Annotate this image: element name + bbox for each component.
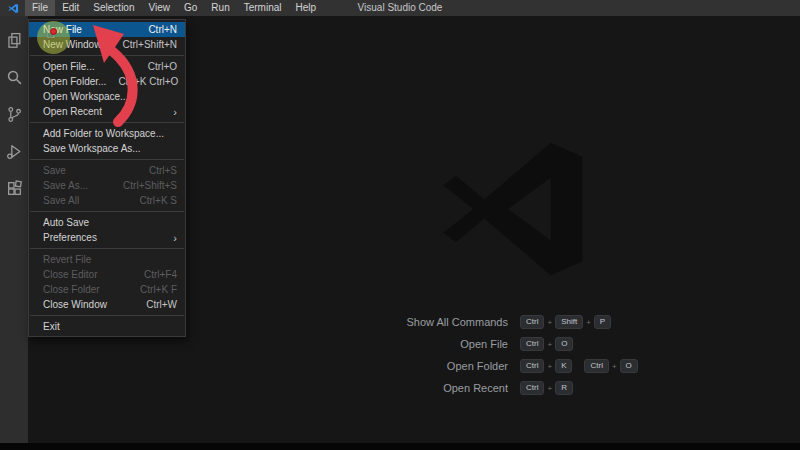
menu-item-open-recent[interactable]: Open Recent›: [29, 104, 185, 119]
menubar-item-file[interactable]: File: [25, 0, 55, 16]
welcome-shortcut-label: Open File: [28, 338, 508, 350]
menu-separator: [30, 248, 184, 249]
menu-item-label: Open Folder...: [43, 76, 106, 87]
plus-separator: +: [547, 340, 552, 349]
menu-item-label: Save Workspace As...: [43, 143, 177, 154]
menu-item-new-window[interactable]: New WindowCtrl+Shift+N: [29, 37, 185, 52]
key-badge: Ctrl: [520, 315, 544, 329]
menu-item-close-editor[interactable]: Close EditorCtrl+F4: [29, 267, 185, 282]
menu-separator: [30, 55, 184, 56]
submenu-chevron-icon: ›: [173, 233, 177, 243]
menu-item-shortcut: Ctrl+S: [149, 165, 177, 176]
menu-item-label: Close Editor: [43, 269, 132, 280]
menu-item-auto-save[interactable]: Auto Save: [29, 215, 185, 230]
menu-item-label: Close Folder: [43, 284, 128, 295]
menu-item-shortcut: Ctrl+K Ctrl+O: [118, 76, 178, 87]
key-badge: K: [555, 359, 572, 373]
menu-item-exit[interactable]: Exit: [29, 319, 185, 334]
menu-item-close-window[interactable]: Close WindowCtrl+W: [29, 297, 185, 312]
menu-item-open-workspace[interactable]: Open Workspace...: [29, 89, 185, 104]
menu-separator: [30, 315, 184, 316]
menu-item-save-all[interactable]: Save AllCtrl+K S: [29, 193, 185, 208]
welcome-shortcut-row: Open FolderCtrl+KCtrl+O: [28, 355, 728, 377]
menu-item-label: New Window: [43, 39, 111, 50]
welcome-shortcut-keys: Ctrl+O: [520, 337, 573, 351]
extensions-icon[interactable]: [0, 170, 28, 207]
menu-item-shortcut: Ctrl+W: [146, 299, 177, 310]
explorer-icon[interactable]: [0, 22, 28, 59]
plus-separator: +: [547, 318, 552, 327]
letterbox-strip: [0, 443, 800, 450]
key-badge: Ctrl: [520, 359, 544, 373]
menu-item-save-workspace-as[interactable]: Save Workspace As...: [29, 141, 185, 156]
menu-item-preferences[interactable]: Preferences›: [29, 230, 185, 245]
key-group: Ctrl+Shift+P: [520, 315, 611, 329]
plus-separator: +: [586, 318, 591, 327]
menu-item-open-file[interactable]: Open File...Ctrl+O: [29, 59, 185, 74]
menu-item-add-folder-to-workspace[interactable]: Add Folder to Workspace...: [29, 126, 185, 141]
vscode-window: FileEditSelectionViewGoRunTerminalHelp V…: [0, 0, 800, 450]
vscode-logo-icon: [8, 3, 19, 14]
menu-item-label: Open Recent: [43, 106, 161, 117]
menu-item-close-folder[interactable]: Close FolderCtrl+K F: [29, 282, 185, 297]
menubar-item-go[interactable]: Go: [177, 0, 204, 16]
run-and-debug-icon[interactable]: [0, 133, 28, 170]
menubar-item-help[interactable]: Help: [289, 0, 324, 16]
menu-item-label: Save: [43, 165, 137, 176]
plus-separator: +: [547, 362, 552, 371]
menu-item-save[interactable]: SaveCtrl+S: [29, 163, 185, 178]
menu-separator: [30, 159, 184, 160]
menu-item-label: Save As...: [43, 180, 111, 191]
menubar-item-edit[interactable]: Edit: [55, 0, 86, 16]
welcome-shortcut-label: Open Folder: [28, 360, 508, 372]
menu-item-label: New File: [43, 24, 136, 35]
key-badge: Ctrl: [520, 381, 544, 395]
file-menu-dropdown: New FileCtrl+NNew WindowCtrl+Shift+NOpen…: [28, 19, 186, 337]
menu-item-new-file[interactable]: New FileCtrl+N: [29, 22, 185, 37]
source-control-icon[interactable]: [0, 96, 28, 133]
menubar-item-selection[interactable]: Selection: [86, 0, 141, 16]
plus-separator: +: [612, 362, 617, 371]
menu-item-shortcut: Ctrl+K S: [139, 195, 177, 206]
menu-item-label: Open Workspace...: [43, 91, 177, 102]
menu-item-shortcut: Ctrl+O: [148, 61, 177, 72]
search-icon[interactable]: [0, 59, 28, 96]
key-badge: O: [555, 337, 573, 351]
activity-bar: [0, 16, 28, 443]
menu-item-label: Save All: [43, 195, 127, 206]
menu-item-label: Exit: [43, 321, 177, 332]
key-badge: P: [594, 315, 611, 329]
welcome-shortcut-label: Open Recent: [28, 382, 508, 394]
menu-item-label: Revert File: [43, 254, 177, 265]
menu-item-label: Close Window: [43, 299, 134, 310]
menu-item-label: Preferences: [43, 232, 161, 243]
key-group: Ctrl+K: [520, 359, 572, 373]
menu-item-shortcut: Ctrl+F4: [144, 269, 177, 280]
key-group: Ctrl+O: [520, 337, 573, 351]
welcome-shortcut-keys: Ctrl+Shift+P: [520, 315, 611, 329]
welcome-shortcut-keys: Ctrl+KCtrl+O: [520, 359, 638, 373]
menu-item-open-folder[interactable]: Open Folder...Ctrl+K Ctrl+O: [29, 74, 185, 89]
key-badge: O: [620, 359, 638, 373]
plus-separator: +: [547, 384, 552, 393]
menu-item-shortcut: Ctrl+K F: [140, 284, 177, 295]
menubar-item-view[interactable]: View: [142, 0, 178, 16]
key-badge: R: [555, 381, 573, 395]
title-bar: FileEditSelectionViewGoRunTerminalHelp V…: [0, 0, 800, 16]
menu-item-label: Add Folder to Workspace...: [43, 128, 177, 139]
vscode-watermark-logo: [437, 130, 595, 288]
menu-item-shortcut: Ctrl+N: [148, 24, 177, 35]
welcome-shortcut-keys: Ctrl+R: [520, 381, 573, 395]
menu-separator: [30, 122, 184, 123]
key-badge: Shift: [555, 315, 583, 329]
submenu-chevron-icon: ›: [173, 107, 177, 117]
key-group: Ctrl+R: [520, 381, 573, 395]
key-badge: Ctrl: [584, 359, 608, 373]
menu-item-save-as[interactable]: Save As...Ctrl+Shift+S: [29, 178, 185, 193]
welcome-shortcut-row: Open RecentCtrl+R: [28, 377, 728, 399]
menu-item-revert-file[interactable]: Revert File: [29, 252, 185, 267]
menubar-item-terminal[interactable]: Terminal: [237, 0, 289, 16]
menubar-item-run[interactable]: Run: [204, 0, 236, 16]
menu-item-label: Open File...: [43, 61, 136, 72]
menu-bar: FileEditSelectionViewGoRunTerminalHelp: [25, 0, 323, 16]
